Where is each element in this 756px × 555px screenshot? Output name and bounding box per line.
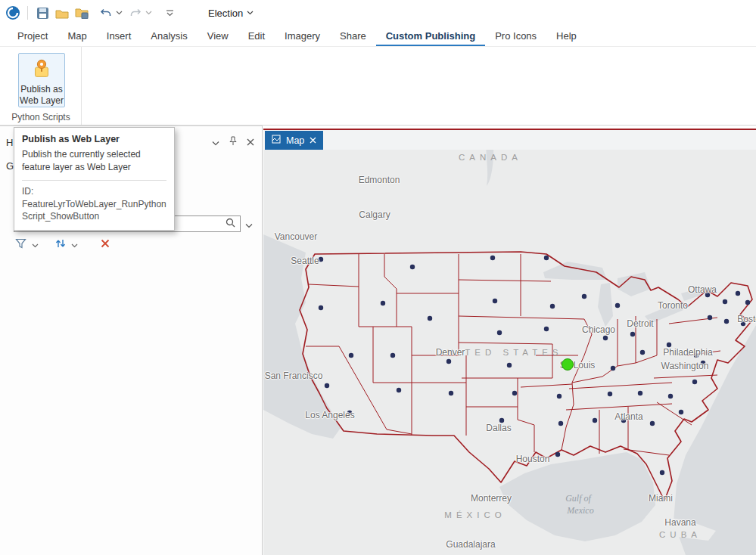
map-canvas[interactable]: CANADAUNITED STATESMÉXICOCUBAGulf ofMexi… xyxy=(263,150,756,555)
city-dot xyxy=(544,327,549,331)
tooltip-id-label: ID: xyxy=(22,186,33,197)
menu-tab-imagery[interactable]: Imagery xyxy=(275,27,330,46)
city-dot xyxy=(499,418,504,423)
publish-as-web-layer-button[interactable]: Publish as Web Layer xyxy=(18,53,65,107)
city-dot xyxy=(493,299,497,303)
city-dot xyxy=(608,392,612,396)
panel-menu-chevron-icon[interactable] xyxy=(212,137,219,148)
map-view: Map xyxy=(263,129,756,555)
sort-chevron-icon[interactable] xyxy=(71,239,78,250)
city-dot xyxy=(724,319,729,324)
project-name-menu[interactable]: Election xyxy=(202,5,260,21)
tooltip-title: Publish as Web Layer xyxy=(22,134,166,144)
city-dot xyxy=(507,363,512,367)
city-dot xyxy=(325,383,329,388)
remove-icon[interactable] xyxy=(101,239,110,250)
customize-toolbar-icon[interactable] xyxy=(161,5,178,21)
ribbon: Publish as Web Layer Python Scripts xyxy=(0,47,756,126)
menu-tab-project[interactable]: Project xyxy=(8,27,58,46)
pin-icon[interactable] xyxy=(229,136,238,148)
city-dot xyxy=(638,391,642,395)
city-dot xyxy=(557,394,562,398)
map-tab-close-icon[interactable] xyxy=(310,135,316,146)
city-dot xyxy=(603,336,608,340)
save-as-icon[interactable] xyxy=(73,5,90,21)
project-name-label: Election xyxy=(208,8,243,19)
titlebar-divider xyxy=(27,6,28,20)
menu-tab-analysis[interactable]: Analysis xyxy=(141,27,197,46)
panel-clipped-title: H xyxy=(6,137,13,148)
panel-toolbar xyxy=(15,238,110,251)
city-dot xyxy=(745,300,750,305)
city-dot xyxy=(736,291,740,296)
city-dot xyxy=(397,388,401,392)
active-view-border xyxy=(263,129,756,130)
water-shapes xyxy=(263,150,756,555)
city-dot xyxy=(558,421,563,426)
menu-tab-insert[interactable]: Insert xyxy=(97,27,142,46)
menu-tab-help[interactable]: Help xyxy=(546,27,586,46)
state-boundaries xyxy=(306,254,720,455)
city-dot xyxy=(449,391,453,395)
city-dot xyxy=(741,321,745,326)
menu-tab-view[interactable]: View xyxy=(198,27,238,46)
city-dot xyxy=(650,421,655,426)
city-dot xyxy=(692,380,697,384)
publish-button-label: Publish as Web Layer xyxy=(20,84,64,107)
selected-point-marker[interactable] xyxy=(562,358,574,371)
search-history-chevron-icon[interactable] xyxy=(245,219,253,231)
save-project-icon[interactable] xyxy=(34,5,51,21)
city-dot xyxy=(705,293,710,297)
close-panel-icon[interactable] xyxy=(247,137,254,148)
basemap xyxy=(263,150,756,555)
search-icon[interactable] xyxy=(226,218,235,230)
filter-icon[interactable] xyxy=(15,238,26,251)
menu-tab-pro-icons[interactable]: Pro Icons xyxy=(485,27,546,46)
city-dot xyxy=(497,330,502,335)
city-dot xyxy=(621,418,626,423)
city-dot xyxy=(428,316,432,321)
undo-button[interactable] xyxy=(98,5,114,21)
undo-dropdown-icon[interactable] xyxy=(116,11,123,15)
city-dot xyxy=(679,410,683,414)
app-logo xyxy=(5,5,21,21)
open-project-icon[interactable] xyxy=(54,5,70,21)
city-dot xyxy=(381,301,385,305)
ribbon-group-python-scripts: Publish as Web Layer Python Scripts xyxy=(0,47,82,125)
city-dot xyxy=(319,305,323,310)
menu-tab-share[interactable]: Share xyxy=(330,27,376,46)
menu-tabs: ProjectMapInsertAnalysisViewEditImageryS… xyxy=(0,26,756,47)
menu-tab-custom-publishing[interactable]: Custom Publishing xyxy=(376,27,485,46)
city-dot xyxy=(708,315,712,320)
chevron-down-icon xyxy=(247,11,254,15)
city-dot xyxy=(611,366,615,371)
city-dot xyxy=(615,303,620,308)
city-dot xyxy=(660,470,664,475)
menu-tab-edit[interactable]: Edit xyxy=(238,27,275,46)
city-dot xyxy=(544,256,549,260)
city-dot xyxy=(347,411,352,415)
redo-button[interactable] xyxy=(127,5,144,21)
sort-icon[interactable] xyxy=(55,238,66,251)
map-tab-icon xyxy=(272,135,281,146)
map-space: CANADAUNITED STATESMÉXICOCUBAGulf ofMexi… xyxy=(263,150,756,555)
city-dot xyxy=(550,304,555,309)
city-dot xyxy=(410,265,415,269)
city-dot xyxy=(667,343,671,347)
city-dot xyxy=(490,256,495,260)
menu-tab-map[interactable]: Map xyxy=(58,27,96,46)
ribbon-group-label: Python Scripts xyxy=(0,112,82,122)
title-bar: Election xyxy=(0,0,756,26)
map-view-tab[interactable]: Map xyxy=(265,131,323,150)
tooltip-publish-as-web-layer: Publish as Web Layer Publish the current… xyxy=(14,127,175,231)
tooltip-divider xyxy=(22,180,166,181)
city-dot xyxy=(630,332,635,336)
panel-clipped-subtitle: G xyxy=(6,160,14,172)
map-tab-label: Map xyxy=(286,135,304,146)
filter-chevron-icon[interactable] xyxy=(32,239,39,250)
city-dot xyxy=(512,391,517,395)
city-dot xyxy=(593,418,597,423)
redo-dropdown-icon[interactable] xyxy=(145,11,152,15)
city-dot xyxy=(582,294,586,299)
city-dot xyxy=(349,353,353,358)
